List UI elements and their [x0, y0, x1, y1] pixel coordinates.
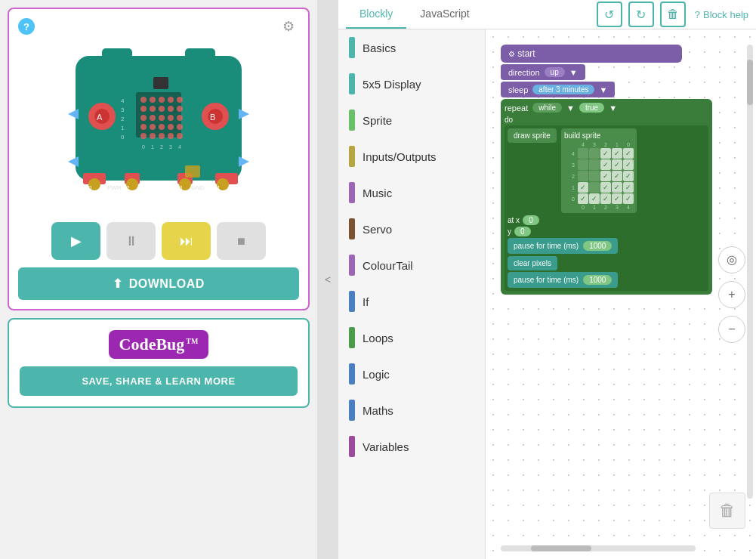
- build-sprite-block[interactable]: build sprite 4 3 2 1 0: [561, 128, 637, 213]
- dropdown-arrow4: ▼: [609, 103, 617, 113]
- sprite-cell[interactable]: [578, 159, 588, 170]
- tab-blockly[interactable]: Blockly: [346, 0, 406, 29]
- undo-button[interactable]: ↺: [597, 2, 622, 27]
- redo-button[interactable]: ↻: [628, 2, 654, 27]
- pause-button[interactable]: ⏸: [106, 222, 156, 260]
- scrollbar-h-thumb[interactable]: [531, 545, 591, 551]
- sleep-block[interactable]: sleep after 3 minutes ▼: [501, 82, 615, 97]
- svg-point-12: [159, 97, 165, 103]
- category-item-if[interactable]: If: [338, 283, 485, 320]
- dropdown-arrow2: ▼: [599, 85, 607, 94]
- svg-point-27: [159, 124, 165, 130]
- category-item-inputs_outputs[interactable]: Inputs/Outputs: [338, 138, 485, 174]
- zoom-out-button[interactable]: −: [718, 316, 745, 343]
- sprite-cell[interactable]: ✓: [612, 171, 622, 181]
- zoom-in-button[interactable]: +: [718, 281, 745, 308]
- svg-text:B: B: [210, 113, 215, 122]
- download-button[interactable]: ⬆ DOWNLOAD: [18, 267, 299, 300]
- left-panel: ? ⚙ A B: [0, 0, 317, 559]
- category-item-logic[interactable]: Logic: [338, 356, 485, 392]
- sprite-cell[interactable]: ✓: [578, 193, 588, 204]
- category-item-colourtail[interactable]: ColourTail: [338, 247, 485, 283]
- sprite-cell[interactable]: ✓: [623, 171, 634, 181]
- sprite-cell[interactable]: ✓: [623, 193, 634, 204]
- zoom-center-button[interactable]: ◎: [718, 246, 745, 273]
- delete-blocks-button[interactable]: 🗑: [660, 2, 686, 27]
- block-help-label: Block help: [703, 9, 748, 20]
- sprite-cell[interactable]: [589, 159, 600, 170]
- category-item-loops[interactable]: Loops: [338, 320, 485, 356]
- microbit-svg: A B: [45, 41, 272, 215]
- pause1-block[interactable]: pause for time (ms) 1000: [508, 238, 618, 254]
- category-item-music[interactable]: Music: [338, 174, 485, 211]
- right-body: Basics 5x5 Display Sprite Inputs/Outputs…: [338, 29, 756, 559]
- sprite-cell[interactable]: [578, 148, 588, 159]
- svg-marker-63: [239, 156, 249, 167]
- svg-text:1: 1: [217, 184, 221, 191]
- sprite-cell[interactable]: ✓: [600, 159, 611, 170]
- sprite-cell[interactable]: ✓: [589, 193, 600, 204]
- category-item-sprite[interactable]: Sprite: [338, 102, 485, 138]
- sprite-cell[interactable]: ✓: [600, 193, 611, 204]
- sprite-cell[interactable]: ✓: [600, 148, 611, 159]
- category-item-basics[interactable]: Basics: [338, 29, 485, 66]
- sprite-cell[interactable]: ✓: [623, 148, 634, 159]
- step-button[interactable]: ⏭: [162, 222, 211, 260]
- stop-button[interactable]: ■: [217, 222, 266, 260]
- category-item-maths[interactable]: Maths: [338, 392, 485, 428]
- sprite-cell[interactable]: ✓: [600, 182, 611, 193]
- sprite-cell[interactable]: [589, 171, 600, 181]
- gear-icon[interactable]: ⚙: [282, 18, 299, 35]
- draw-sprite-block[interactable]: draw sprite: [508, 128, 557, 143]
- horizontal-scrollbar[interactable]: [501, 545, 696, 551]
- blocks-area: ⚙ start direction up ▼ sleep after 3 min: [501, 45, 712, 295]
- sprite-cell[interactable]: ✓: [600, 171, 611, 181]
- sprite-cell[interactable]: [589, 148, 600, 159]
- clear-pixels-block[interactable]: clear pixels: [508, 256, 557, 270]
- svg-point-26: [150, 124, 156, 130]
- repeat-mode[interactable]: while: [532, 103, 562, 113]
- sprite-cell[interactable]: ✓: [578, 182, 588, 193]
- panel-divider[interactable]: <: [317, 0, 338, 559]
- start-block[interactable]: ⚙ start: [501, 45, 682, 63]
- category-item-servo[interactable]: Servo: [338, 211, 485, 247]
- category-item-variables[interactable]: Variables: [338, 428, 485, 465]
- sprite-cell[interactable]: ✓: [612, 148, 622, 159]
- direction-block[interactable]: direction up ▼: [501, 64, 585, 80]
- sprite-grid[interactable]: 4✓✓✓3✓✓✓2✓✓✓1✓✓✓✓0✓✓✓✓✓: [564, 148, 634, 204]
- scrollbar-v-thumb[interactable]: [747, 60, 753, 105]
- sprite-cell[interactable]: ✓: [612, 182, 622, 193]
- pause2-block[interactable]: pause for time (ms) 1000: [508, 272, 618, 288]
- svg-text:1: 1: [151, 144, 154, 150]
- category-label-sprite: Sprite: [363, 114, 392, 127]
- save-share-button[interactable]: SAVE, SHARE & LEARN MORE: [20, 366, 298, 396]
- y-value[interactable]: 0: [514, 227, 531, 236]
- sleep-value[interactable]: after 3 minutes: [532, 85, 594, 94]
- download-label: DOWNLOAD: [129, 277, 205, 291]
- category-item-5x5display[interactable]: 5x5 Display: [338, 66, 485, 102]
- category-dot-inputs_outputs: [349, 146, 355, 167]
- codebug-card: CodeBugTM SAVE, SHARE & LEARN MORE: [8, 318, 310, 408]
- direction-value[interactable]: up: [545, 67, 565, 77]
- play-button[interactable]: ▶: [51, 222, 100, 260]
- vertical-scrollbar[interactable]: [747, 45, 753, 499]
- main-container: ? ⚙ A B: [0, 0, 756, 559]
- block-help-button[interactable]: ? Block help: [695, 9, 748, 20]
- help-icon[interactable]: ?: [18, 18, 35, 35]
- pause1-value[interactable]: 1000: [583, 241, 612, 251]
- repeat-value[interactable]: true: [579, 103, 604, 113]
- tab-javascript[interactable]: JavaScript: [406, 0, 483, 29]
- category-dot-loops: [349, 327, 355, 348]
- trash-button[interactable]: 🗑: [709, 493, 745, 529]
- pause2-value[interactable]: 1000: [583, 275, 612, 285]
- sprite-cell[interactable]: [578, 171, 588, 181]
- sprite-cell[interactable]: ✓: [612, 193, 622, 204]
- workspace[interactable]: ⚙ start direction up ▼ sleep after 3 min: [486, 29, 756, 559]
- at-x-value[interactable]: 0: [523, 215, 539, 225]
- sprite-cell[interactable]: ✓: [623, 182, 634, 193]
- sprite-cell[interactable]: ✓: [612, 159, 622, 170]
- sprite-cell[interactable]: [589, 182, 600, 193]
- svg-point-10: [140, 97, 147, 103]
- sprite-cell[interactable]: ✓: [623, 159, 634, 170]
- repeat-block[interactable]: repeat while ▼ true ▼ do draw spri: [501, 99, 712, 295]
